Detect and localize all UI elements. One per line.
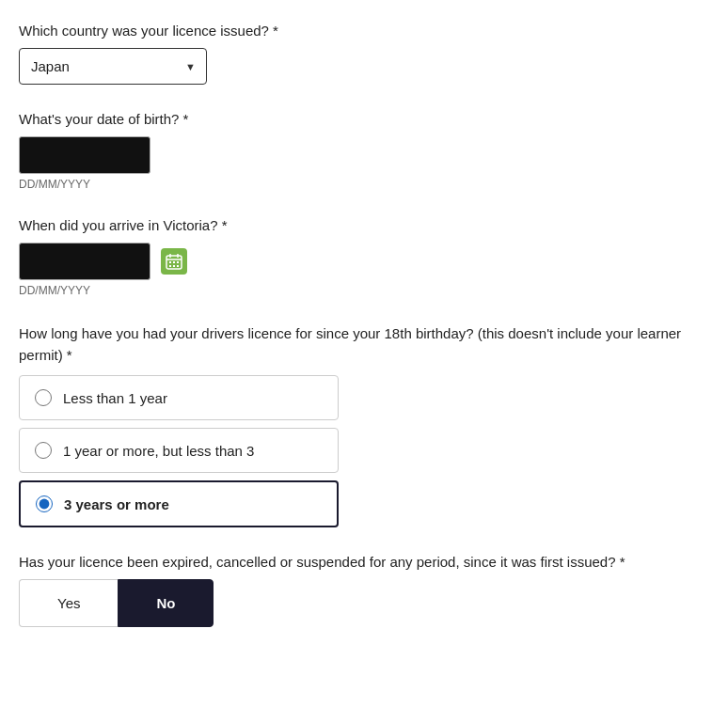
arrival-question-label: When did you arrive in Victoria? * bbox=[19, 217, 709, 233]
radio-option-1-to-3[interactable]: 1 year or more, but less than 3 bbox=[19, 428, 339, 473]
arrival-hint: DD/MM/YYYY bbox=[19, 284, 709, 297]
country-select[interactable]: Japan Australia New Zealand United Kingd… bbox=[19, 48, 207, 85]
calendar-svg bbox=[165, 252, 183, 271]
radio-option-less-than-1[interactable]: Less than 1 year bbox=[19, 375, 339, 420]
radio-3-or-more-label: 3 years or more bbox=[64, 496, 169, 512]
svg-rect-8 bbox=[173, 265, 175, 267]
svg-rect-7 bbox=[169, 265, 171, 267]
calendar-button[interactable] bbox=[158, 245, 190, 277]
licence-duration-label: How long have you had your drivers licen… bbox=[19, 323, 709, 366]
svg-rect-5 bbox=[173, 261, 175, 263]
svg-rect-9 bbox=[177, 265, 179, 267]
radio-3-or-more[interactable] bbox=[36, 495, 53, 512]
calendar-icon bbox=[161, 248, 187, 275]
expired-question-label: Has your licence been expired, cancelled… bbox=[19, 554, 709, 570]
dob-hint: DD/MM/YYYY bbox=[19, 178, 709, 191]
licence-duration-section: How long have you had your drivers licen… bbox=[19, 323, 709, 527]
svg-rect-6 bbox=[177, 261, 179, 263]
radio-less-than-1-label: Less than 1 year bbox=[63, 390, 167, 406]
dob-question-label: What's your date of birth? * bbox=[19, 111, 709, 127]
country-question-label: Which country was your licence issued? * bbox=[19, 23, 709, 39]
arrival-section: When did you arrive in Victoria? * bbox=[19, 217, 709, 297]
country-section: Which country was your licence issued? *… bbox=[19, 23, 709, 85]
radio-option-3-or-more[interactable]: 3 years or more bbox=[19, 480, 339, 527]
arrival-input[interactable] bbox=[19, 243, 150, 280]
no-button[interactable]: No bbox=[118, 579, 214, 627]
expired-section: Has your licence been expired, cancelled… bbox=[19, 554, 709, 627]
radio-1-to-3[interactable] bbox=[35, 442, 52, 459]
radio-1-to-3-label: 1 year or more, but less than 3 bbox=[63, 443, 254, 459]
arrival-input-row bbox=[19, 243, 709, 280]
country-select-wrapper[interactable]: Japan Australia New Zealand United Kingd… bbox=[19, 48, 207, 85]
svg-rect-4 bbox=[169, 261, 171, 263]
dob-section: What's your date of birth? * DD/MM/YYYY bbox=[19, 111, 709, 191]
radio-less-than-1[interactable] bbox=[35, 389, 52, 406]
radio-group: Less than 1 year 1 year or more, but les… bbox=[19, 375, 709, 527]
dob-input-row bbox=[19, 136, 709, 174]
dob-input[interactable] bbox=[19, 136, 150, 174]
yes-no-button-row: Yes No bbox=[19, 579, 709, 627]
yes-button[interactable]: Yes bbox=[19, 579, 118, 627]
